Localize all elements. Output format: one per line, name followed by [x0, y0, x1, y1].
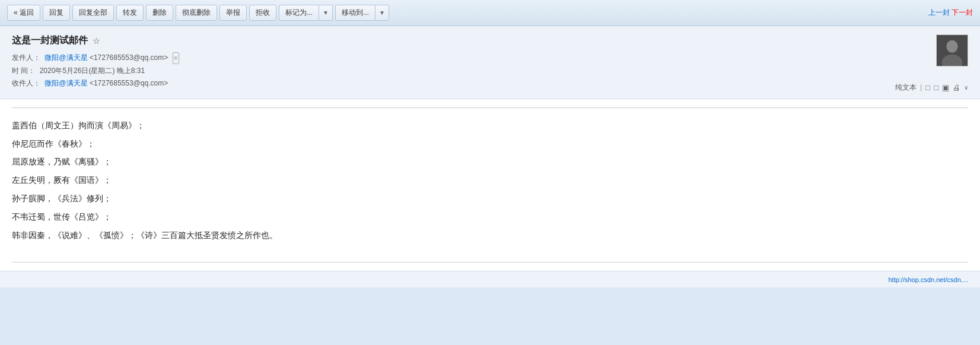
sender-label: 发件人：	[12, 53, 40, 62]
reject-button[interactable]: 拒收	[249, 5, 276, 21]
email-body-wrapper: 盖西伯（周文王）拘而演《周易》；仲尼厄而作《春秋》；屈原放逐，乃赋《离骚》；左丘…	[0, 107, 980, 263]
footer-link[interactable]: http://shop.csdn.net/csdn....	[888, 276, 968, 283]
star-icon[interactable]: ☆	[93, 36, 100, 46]
time-row: 时 间： 2020年5月26日(星期二) 晚上8:31	[12, 65, 924, 78]
time-value: 2020年5月26日(星期二) 晚上8:31	[40, 67, 145, 75]
sender-email: <1727685553@qq.com>	[90, 53, 168, 62]
delete-button[interactable]: 删除	[146, 5, 173, 21]
time-label: 时 间：	[12, 67, 35, 75]
plain-text-link[interactable]: 纯文本	[895, 83, 917, 93]
prev-email-link[interactable]: 上一封	[928, 8, 950, 17]
avatar	[936, 34, 968, 67]
delete-perm-button[interactable]: 彻底删除	[176, 5, 217, 21]
body-line: 仲尼厄而作《春秋》；	[12, 135, 968, 153]
body-line: 韩非因秦，《说难》、《孤愤》；《诗》三百篇大抵圣贤发愤之所作也。	[12, 226, 968, 245]
bottom-divider	[12, 262, 968, 262]
address-book-icon[interactable]: ≡	[173, 52, 180, 64]
move-main-button[interactable]: 移动到...	[335, 5, 375, 21]
print-icon[interactable]: 🖨	[953, 83, 960, 92]
body-line: 孙子膑脚，《兵法》修列；	[12, 189, 968, 208]
body-line: 盖西伯（周文王）拘而演《周易》；	[12, 116, 968, 135]
email-subject: 这是一封测试邮件	[12, 34, 88, 47]
next-email-link[interactable]: 下一封	[952, 8, 973, 17]
top-divider	[12, 107, 968, 108]
email-container: 这是一封测试邮件 ☆ 发件人： 微阳@满天星 <1727685553@qq.co…	[0, 26, 980, 287]
back-button[interactable]: « 返回	[7, 5, 40, 21]
move-button-split: 移动到... ▼	[335, 5, 389, 21]
email-header: 这是一封测试邮件 ☆ 发件人： 微阳@满天星 <1727685553@qq.co…	[0, 26, 980, 99]
email-meta: 发件人： 微阳@满天星 <1727685553@qq.com> ≡ 时 间： 2…	[12, 52, 924, 90]
email-footer: http://shop.csdn.net/csdn....	[0, 271, 980, 287]
view-options: 纯文本 | □ □ ▣ 🖨 ∨	[895, 83, 968, 93]
email-header-content: 这是一封测试邮件 ☆ 发件人： 微阳@满天星 <1727685553@qq.co…	[12, 34, 924, 90]
body-line: 屈原放逐，乃赋《离骚》；	[12, 153, 968, 171]
body-line: 左丘失明，厥有《国语》；	[12, 171, 968, 189]
report-button[interactable]: 举报	[219, 5, 247, 21]
email-navigation: 上一封 下一封	[928, 8, 973, 18]
sender-row: 发件人： 微阳@满天星 <1727685553@qq.com> ≡	[12, 52, 924, 65]
recipient-email: <1727685553@qq.com>	[90, 79, 168, 87]
view-fullscreen-icon[interactable]: ▣	[942, 83, 949, 92]
mark-main-button[interactable]: 标记为...	[279, 5, 319, 21]
sender-name[interactable]: 微阳@满天星	[44, 53, 87, 62]
move-dropdown-button[interactable]: ▼	[375, 5, 389, 21]
view-print-icon[interactable]: □	[934, 83, 938, 92]
recipient-label: 收件人：	[12, 79, 40, 87]
mark-dropdown-button[interactable]: ▼	[319, 5, 333, 21]
mark-button-split: 标记为... ▼	[279, 5, 333, 21]
forward-button[interactable]: 转发	[116, 5, 144, 21]
recipient-row: 收件人： 微阳@满天星 <1727685553@qq.com>	[12, 77, 924, 90]
view-more-icon[interactable]: ∨	[964, 84, 968, 91]
body-line: 不韦迁蜀，世传《吕览》；	[12, 208, 968, 226]
reply-all-button[interactable]: 回复全部	[72, 5, 114, 21]
svg-point-1	[946, 40, 957, 53]
email-subject-row: 这是一封测试邮件 ☆	[12, 34, 924, 47]
avatar-image	[937, 35, 968, 66]
view-separator: |	[920, 83, 922, 91]
email-body: 盖西伯（周文王）拘而演《周易》；仲尼厄而作《春秋》；屈原放逐，乃赋《离骚》；左丘…	[12, 116, 968, 254]
reply-button[interactable]: 回复	[43, 5, 70, 21]
toolbar: « 返回 回复 回复全部 转发 删除 彻底删除 举报 拒收 标记为... ▼ 移…	[0, 0, 980, 26]
recipient-name[interactable]: 微阳@满天星	[44, 79, 87, 87]
view-window-icon[interactable]: □	[925, 83, 930, 92]
